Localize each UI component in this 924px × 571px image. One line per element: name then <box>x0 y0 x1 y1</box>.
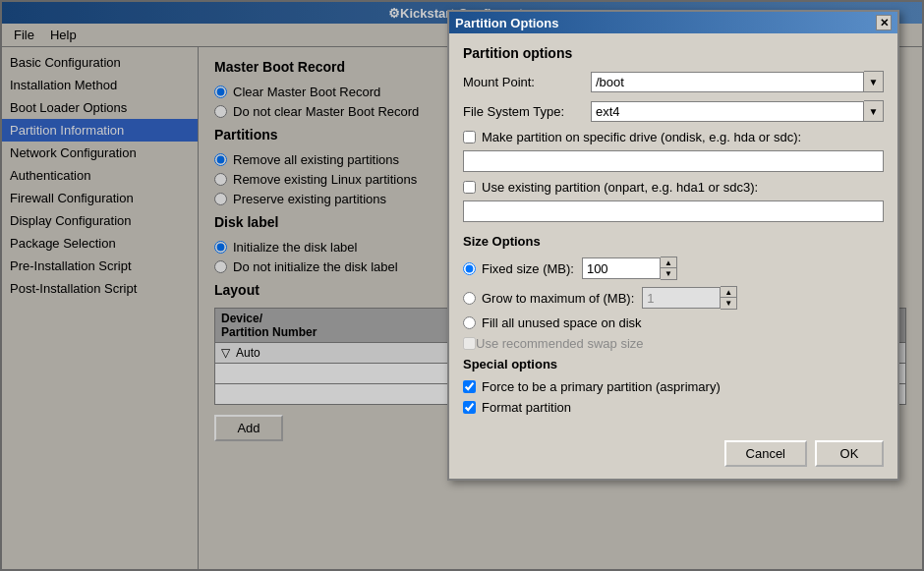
primary-partition-checkbox[interactable] <box>463 380 476 393</box>
fill-space-label: Fill all unused space on disk <box>482 315 642 330</box>
grow-max-spinner-btns: ▲ ▼ <box>721 286 737 310</box>
partition-options-dialog: Partition Options ✕ Partition options Mo… <box>447 10 899 481</box>
grow-max-input[interactable] <box>642 287 721 309</box>
dialog-content: Partition options Mount Point: /boot / /… <box>449 33 897 432</box>
grow-max-label: Grow to maximum of (MB): <box>482 291 634 306</box>
fixed-size-spinner: ▲ ▼ <box>582 257 677 280</box>
file-system-select[interactable]: ext4 ext3 ext2 xfs swap vfat <box>591 101 864 122</box>
format-partition-row: Format partition <box>463 400 884 415</box>
format-partition-label: Format partition <box>482 400 571 415</box>
existing-partition-input[interactable] <box>463 200 884 222</box>
existing-partition-label: Use existing partition (onpart, e.g. hda… <box>482 180 758 195</box>
file-system-label: File System Type: <box>463 104 591 119</box>
fixed-size-input[interactable] <box>582 257 661 279</box>
fill-space-row: Fill all unused space on disk <box>463 315 884 330</box>
fixed-size-spinner-btns: ▲ ▼ <box>661 257 677 280</box>
dialog-overlay: Partition Options ✕ Partition options Mo… <box>0 0 924 571</box>
mount-point-select[interactable]: /boot / /home /var /tmp swap <box>591 72 864 92</box>
ok-button[interactable]: OK <box>815 440 884 467</box>
size-options-title: Size Options <box>463 234 884 249</box>
fixed-size-down-btn[interactable]: ▼ <box>661 268 676 279</box>
specific-drive-checkbox[interactable] <box>463 131 476 143</box>
file-system-row: File System Type: ext4 ext3 ext2 xfs swa… <box>463 100 884 122</box>
file-system-select-wrap: ext4 ext3 ext2 xfs swap vfat ▼ <box>591 100 884 122</box>
swap-row: Use recommended swap size <box>463 336 884 351</box>
existing-partition-checkbox-row: Use existing partition (onpart, e.g. hda… <box>463 180 884 195</box>
fill-space-radio[interactable] <box>463 316 476 329</box>
specific-drive-input[interactable] <box>463 150 884 172</box>
mount-point-arrow: ▼ <box>864 71 884 92</box>
cancel-button[interactable]: Cancel <box>724 440 807 467</box>
dialog-close-button[interactable]: ✕ <box>876 15 892 30</box>
swap-label: Use recommended swap size <box>476 336 644 351</box>
fixed-size-label: Fixed size (MB): <box>482 261 574 276</box>
grow-max-up-btn[interactable]: ▲ <box>721 287 736 298</box>
dialog-section-title: Partition options <box>463 45 884 61</box>
dialog-title: Partition Options <box>455 16 558 30</box>
fixed-size-radio[interactable] <box>463 262 476 275</box>
dialog-footer: Cancel OK <box>449 432 897 479</box>
grow-max-radio[interactable] <box>463 292 476 305</box>
mount-point-row: Mount Point: /boot / /home /var /tmp swa… <box>463 71 884 92</box>
primary-partition-label: Force to be a primary partition (asprima… <box>482 379 721 394</box>
special-options-title: Special options <box>463 357 884 371</box>
file-system-arrow: ▼ <box>864 100 884 122</box>
mount-point-select-wrap: /boot / /home /var /tmp swap ▼ <box>591 71 884 92</box>
swap-checkbox[interactable] <box>463 337 476 350</box>
fixed-size-up-btn[interactable]: ▲ <box>661 257 676 268</box>
mount-point-label: Mount Point: <box>463 75 591 89</box>
existing-partition-checkbox[interactable] <box>463 181 476 194</box>
grow-max-down-btn[interactable]: ▼ <box>721 298 736 309</box>
specific-drive-checkbox-row: Make partition on specific drive (ondisk… <box>463 130 884 144</box>
grow-max-spinner: ▲ ▼ <box>642 286 737 310</box>
grow-max-row: Grow to maximum of (MB): ▲ ▼ <box>463 286 884 310</box>
format-partition-checkbox[interactable] <box>463 401 476 414</box>
fixed-size-row: Fixed size (MB): ▲ ▼ <box>463 257 884 280</box>
specific-drive-label: Make partition on specific drive (ondisk… <box>482 130 801 144</box>
primary-partition-row: Force to be a primary partition (asprima… <box>463 379 884 394</box>
dialog-title-bar: Partition Options ✕ <box>449 12 897 33</box>
